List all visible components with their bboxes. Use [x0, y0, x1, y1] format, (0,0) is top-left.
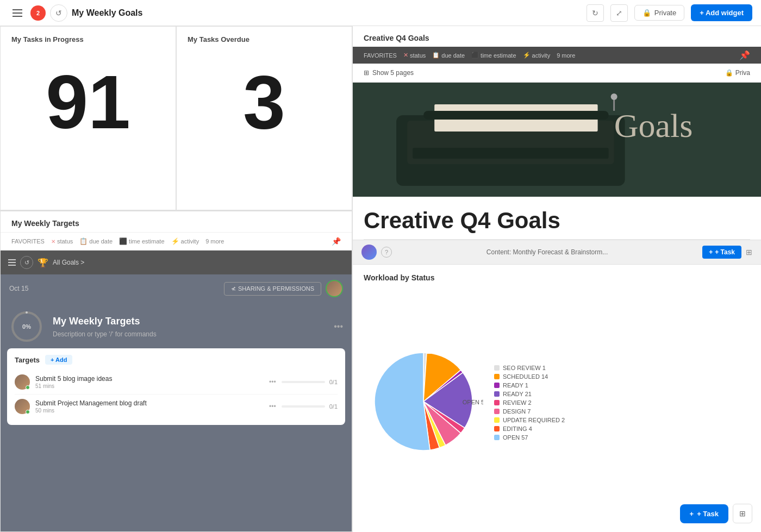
grid-view-button[interactable]: ⊞: [733, 504, 752, 523]
online-indicator-2: [26, 410, 30, 414]
cq4-content-text: Content: Monthly Forecast & Brainstorm..…: [466, 248, 629, 256]
legend-label: OPEN 57: [503, 434, 528, 441]
target-progress-2: 0/1: [282, 403, 338, 410]
cq4-more[interactable]: 9 more: [557, 52, 575, 59]
status-x-icon: ✕: [51, 239, 55, 245]
cq4-title: Creative Q4 Goals: [364, 34, 429, 42]
weekly-targets-container: My Weekly Targets FAVORITES ✕ status 📋 d…: [0, 211, 352, 532]
legend-item: READY 1: [494, 382, 565, 389]
goal-detail-header: ↺ 🏆 All Goals >: [1, 251, 352, 274]
refresh-button[interactable]: ↻: [587, 4, 604, 22]
wt-status[interactable]: ✕ status: [51, 238, 73, 245]
legend-item: REVIEW 2: [494, 399, 565, 406]
add-widget-button[interactable]: + Add widget: [691, 4, 752, 21]
cq4-section: Creative Q4 Goals FAVORITES ✕ status 📋 d…: [353, 26, 761, 265]
wt-more[interactable]: 9 more: [205, 238, 224, 245]
chart-container: OPEN 57 SEO REVIEW 1SCHEDULED 14READY 1R…: [364, 289, 750, 517]
cq4-private-button[interactable]: 🔒 Priva: [725, 69, 750, 77]
tasks-in-progress-title: My Tasks in Progress: [11, 35, 165, 43]
cq4-grid-icon[interactable]: ⊞: [746, 248, 752, 256]
legend-label: SCHEDULED 14: [503, 373, 548, 380]
undo-button[interactable]: ↺: [50, 4, 67, 22]
time-estimate-icon: ⬛: [119, 237, 127, 245]
notification-badge[interactable]: 2: [30, 5, 46, 21]
gd-goal-row: 0% My Weekly Targets Description or type…: [1, 301, 352, 348]
target-time-1: 51 mins: [35, 383, 264, 389]
online-indicator: [26, 385, 30, 390]
goal-detail: ↺ 🏆 All Goals > Oct 15 ≮ SHARING & PERMI…: [1, 251, 352, 531]
wt-title: My Weekly Targets: [11, 219, 341, 228]
cq4-time-estimate[interactable]: ⬛ time estimate: [471, 52, 516, 59]
target-ratio-2: 0/1: [329, 403, 338, 410]
gd-add-button[interactable]: + Add: [45, 355, 72, 365]
cq4-hero-image: Goals: [353, 83, 761, 197]
gd-share-button[interactable]: ≮ SHARING & PERMISSIONS: [224, 282, 321, 296]
left-panel: My Tasks in Progress 91 My Tasks Overdue…: [0, 26, 352, 532]
cq4-activity[interactable]: ⚡ activity: [523, 52, 551, 59]
legend-item: READY 21: [494, 391, 565, 397]
target-more-1[interactable]: •••: [269, 378, 276, 386]
target-info-2: Submit Project Management blog draft 50 …: [35, 399, 264, 414]
private-button[interactable]: 🔒 Private: [634, 5, 684, 21]
wt-activity[interactable]: ⚡ activity: [171, 237, 199, 245]
cq4-due-date[interactable]: 📋 due date: [432, 52, 465, 59]
share-icon: ≮: [231, 285, 236, 292]
add-task-float-button[interactable]: + + Task: [680, 504, 728, 523]
cq4-pin-icon[interactable]: 📌: [739, 50, 750, 60]
target-name-1: Submit 5 blog image ideas: [35, 375, 264, 383]
target-info-1: Submit 5 blog image ideas 51 mins: [35, 375, 264, 389]
legend-item: OPEN 57: [494, 434, 565, 441]
wt-pin-icon[interactable]: 📌: [332, 237, 341, 246]
legend-label: UPDATE REQUIRED 2: [503, 417, 565, 423]
private-label: Private: [654, 9, 676, 17]
chart-legend: SEO REVIEW 1SCHEDULED 14READY 1READY 21R…: [494, 365, 565, 441]
trophy-icon: 🏆: [38, 258, 48, 268]
workload-title: Workload by Status: [364, 273, 750, 282]
gd-targets-section: Targets + Add Submit 5 blog image ideas …: [7, 348, 345, 425]
cq4-due-date-icon: 📋: [432, 52, 440, 59]
target-name-2: Submit Project Management blog draft: [35, 399, 264, 407]
target-more-2[interactable]: •••: [269, 403, 276, 410]
cq4-status-x-icon: ✕: [403, 52, 408, 59]
header-left: 2 ↺ My Weekly Goals: [9, 4, 142, 22]
wt-favorites[interactable]: FAVORITES: [11, 238, 45, 245]
target-ratio-1: 0/1: [329, 379, 338, 385]
cq4-status[interactable]: ✕ status: [403, 52, 426, 59]
target-item: Submit 5 blog image ideas 51 mins ••• 0/…: [15, 370, 338, 395]
menu-button[interactable]: [9, 4, 26, 22]
tasks-row: My Tasks in Progress 91 My Tasks Overdue…: [0, 26, 352, 211]
bottom-right-buttons: + + Task ⊞: [680, 504, 752, 523]
due-date-icon: 📋: [79, 237, 88, 245]
target-progress-1: 0/1: [282, 379, 338, 385]
svg-text:OPEN 57: OPEN 57: [463, 399, 483, 405]
target-bar-1: [282, 381, 325, 383]
tasks-in-progress-count: 91: [11, 64, 165, 140]
cq4-task-button[interactable]: + + Task: [702, 246, 741, 259]
cq4-help-button[interactable]: ?: [381, 247, 392, 258]
legend-label: READY 21: [503, 391, 532, 397]
expand-button[interactable]: ⤢: [610, 4, 628, 22]
right-panel: Creative Q4 Goals FAVORITES ✕ status 📋 d…: [352, 26, 761, 532]
legend-item: SEO REVIEW 1: [494, 365, 565, 371]
cq4-pages-button[interactable]: ⊞ Show 5 pages: [364, 69, 414, 77]
gd-progress-text: 0%: [22, 323, 31, 330]
cq4-favorites[interactable]: FAVORITES: [364, 52, 397, 59]
gd-more-icon[interactable]: •••: [334, 322, 343, 331]
wt-time-estimate[interactable]: ⬛ time estimate: [119, 237, 164, 245]
top-header: 2 ↺ My Weekly Goals ↻ ⤢ 🔒 Private + Add …: [0, 0, 761, 26]
gd-targets-label: Targets: [15, 356, 40, 364]
target-avatar-2: [15, 399, 30, 414]
wt-due-date[interactable]: 📋 due date: [79, 237, 113, 245]
gd-menu-button[interactable]: [8, 259, 16, 266]
pages-icon: ⊞: [364, 69, 369, 77]
wt-header: My Weekly Targets: [1, 211, 352, 233]
page-title: My Weekly Goals: [72, 8, 142, 18]
lock-icon: 🔒: [643, 9, 651, 17]
header-right: ↻ ⤢ 🔒 Private + Add widget: [587, 4, 752, 22]
gd-undo-button[interactable]: ↺: [20, 256, 33, 269]
legend-label: SEO REVIEW 1: [503, 365, 546, 371]
legend-item: UPDATE REQUIRED 2: [494, 417, 565, 423]
gd-goal-name: My Weekly Targets: [53, 316, 325, 327]
gd-avatar: [326, 280, 343, 297]
gd-breadcrumb[interactable]: All Goals >: [53, 259, 84, 266]
